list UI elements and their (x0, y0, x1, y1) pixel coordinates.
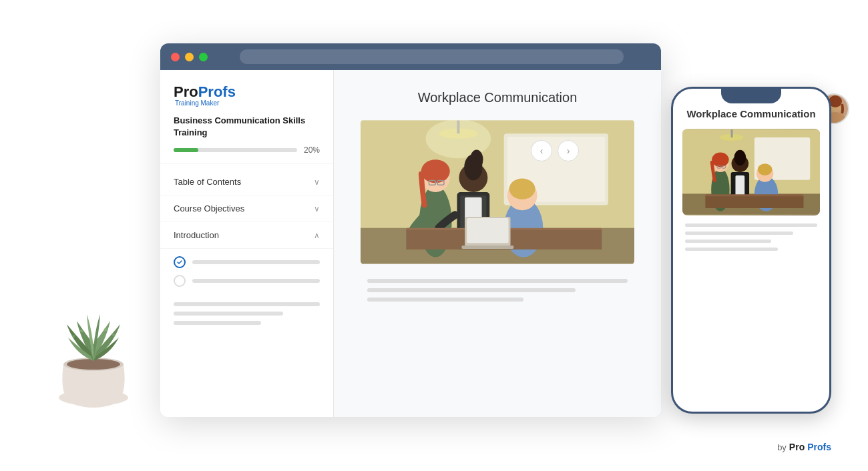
svg-point-49 (712, 152, 729, 167)
toc-label: Table of Contents (174, 177, 241, 187)
svg-rect-36 (361, 121, 634, 264)
svg-point-5 (72, 335, 75, 338)
svg-point-4 (104, 328, 107, 332)
logo-pro: Pro (174, 83, 198, 100)
workplace-image (361, 119, 634, 266)
intro-sub-items (160, 249, 333, 297)
next-icon: › (567, 145, 570, 156)
close-button[interactable] (171, 53, 180, 61)
phone-content: Workplace Communication (673, 89, 829, 412)
prev-icon: ‹ (540, 145, 544, 156)
toc-chevron: ∨ (314, 177, 320, 187)
phone-line-4 (685, 248, 778, 251)
bottom-line-1 (367, 279, 628, 283)
sidebar-menu: Table of Contents ∨ Course Objectives ∨ … (160, 163, 333, 341)
svg-point-3 (80, 330, 83, 333)
phone-line-3 (685, 240, 771, 243)
sidebar-item-intro[interactable]: Introduction ∧ (160, 222, 333, 249)
bottom-line-2 (367, 288, 576, 292)
content-title: Workplace Communication (361, 90, 634, 105)
sub-item-line-2 (192, 279, 320, 283)
sub-item-circle-2 (174, 275, 186, 287)
sidebar: ProProfs Training Maker Business Communi… (160, 70, 334, 417)
footer-profs: Profs (807, 442, 831, 452)
svg-point-58 (758, 163, 773, 175)
phone-title: Workplace Communication (682, 107, 820, 121)
sub-item-line-1 (192, 260, 320, 264)
browser-titlebar (160, 43, 661, 70)
svg-rect-46 (731, 129, 733, 137)
nav-controls: ‹ › (531, 140, 579, 161)
logo-subtitle: Training Maker (175, 99, 236, 107)
browser-body: ProProfs Training Maker Business Communi… (160, 70, 661, 417)
course-title: Business Communication Skills Training (174, 115, 320, 139)
objectives-chevron: ∨ (314, 204, 320, 213)
svg-point-55 (734, 149, 746, 165)
intro-sub-item-1[interactable] (171, 253, 322, 272)
progress-bar-background (174, 148, 297, 152)
by-text: by (777, 442, 787, 452)
minimize-button[interactable] (185, 53, 194, 61)
maximize-button[interactable] (199, 53, 208, 61)
logo: ProProfs Training Maker (174, 83, 320, 107)
plant-decoration (40, 258, 147, 418)
prev-button[interactable]: ‹ (531, 140, 552, 161)
progress-row: 20% (174, 145, 320, 155)
footer-branding: by ProProfs (777, 442, 831, 452)
sidebar-item-toc[interactable]: Table of Contents ∨ (160, 169, 333, 195)
sidebar-item-objectives[interactable]: Course Objectives ∨ (160, 195, 333, 222)
address-bar[interactable] (240, 49, 624, 64)
phone-line-1 (685, 223, 817, 227)
content-line-3 (174, 321, 261, 325)
sidebar-header: ProProfs Training Maker Business Communi… (160, 70, 333, 163)
intro-sub-item-2[interactable] (171, 272, 322, 290)
phone-content-lines (682, 223, 820, 251)
next-button[interactable]: › (558, 140, 579, 161)
content-line-1 (174, 302, 320, 306)
footer-pro: Pro (789, 442, 805, 452)
content-bottom-lines (361, 279, 634, 302)
sub-item-check-1 (174, 256, 186, 268)
logo-profs: Profs (198, 83, 236, 100)
progress-bar-fill (174, 148, 198, 152)
progress-percentage: 20% (304, 145, 320, 155)
main-content-area: Workplace Communication (334, 70, 661, 417)
svg-point-6 (112, 334, 115, 336)
sidebar-content-lines (160, 297, 333, 336)
phone-workplace-image (682, 129, 820, 215)
phone-device: Workplace Communication (671, 87, 831, 414)
svg-rect-60 (705, 196, 803, 208)
intro-chevron: ∧ (314, 231, 320, 240)
browser-window: ProProfs Training Maker Business Communi… (160, 43, 661, 417)
objectives-label: Course Objectives (174, 203, 244, 213)
phone-line-2 (685, 231, 793, 235)
content-line-2 (174, 312, 283, 316)
bottom-line-3 (367, 298, 523, 302)
phone-notch (721, 89, 781, 103)
intro-label: Introduction (174, 230, 219, 240)
